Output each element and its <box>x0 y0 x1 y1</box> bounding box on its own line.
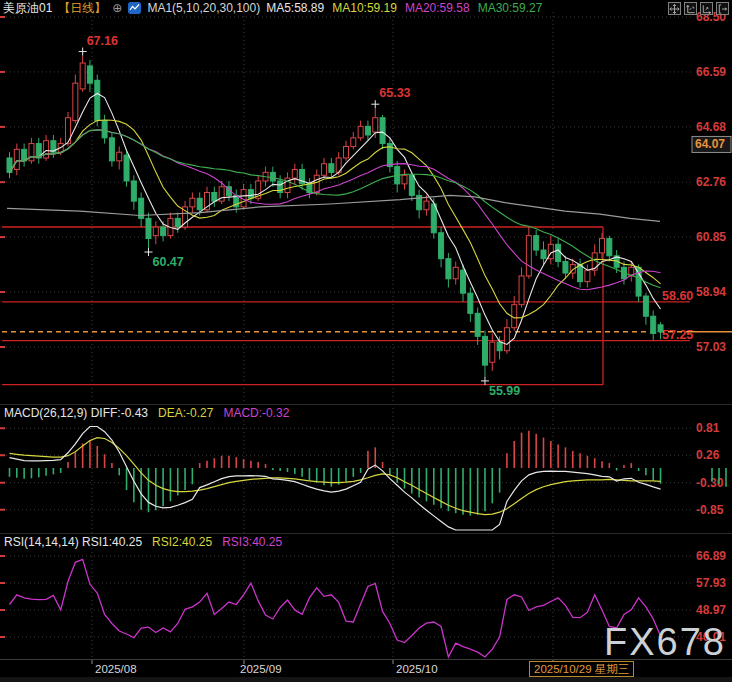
candle-body <box>402 175 407 184</box>
candle-body <box>131 181 136 201</box>
candle-body <box>153 227 158 236</box>
main-chart-header: 美原油01 【日线】 ⊕ MA1(5,10,20,30,100) MA5:58.… <box>3 1 542 15</box>
y-axis-label: 62.76 <box>696 175 726 189</box>
ma10-line <box>10 120 661 318</box>
candle-body <box>600 239 605 253</box>
rsi-line <box>10 559 661 657</box>
candle-body <box>658 325 663 332</box>
candle-body <box>504 328 509 351</box>
current-date-label: 2025/10/29 星期三 <box>529 661 634 677</box>
candle-body <box>643 296 648 316</box>
ma-settings-label: MA1(5,10,20,30,100) <box>147 1 260 15</box>
candle-body <box>109 138 114 161</box>
candle-body <box>519 276 524 305</box>
indicator-value: MACD(26,12,9) DIFF:-0.43 <box>4 406 148 420</box>
candle-body <box>212 192 217 201</box>
chart-type-icon[interactable] <box>128 2 141 14</box>
candle-body <box>636 267 641 296</box>
candle-body <box>409 175 414 195</box>
y-axis-label: -0.85 <box>696 503 724 517</box>
y-axis-label: 57.03 <box>696 340 726 354</box>
indicator-value: MA20:59.58 <box>405 1 470 15</box>
dea-line <box>10 438 661 515</box>
chart-toolbar <box>668 2 729 15</box>
candle-body <box>563 262 568 274</box>
price-annotation: 65.33 <box>379 86 410 100</box>
candle-body <box>607 239 612 256</box>
y-axis-label: 48.97 <box>696 603 726 617</box>
x-axis-label: 2025/08 <box>95 663 137 675</box>
candle-body <box>124 155 129 181</box>
rsi-header: RSI(14,14,14) RSI1:40.25RSI2:40.25RSI3:4… <box>4 535 282 549</box>
macd-header: MACD(26,12,9) DIFF:-0.43DEA:-0.27MACD:-0… <box>4 406 289 420</box>
y-axis-label: 66.59 <box>696 65 726 79</box>
candle-body <box>197 198 202 210</box>
candle-body <box>439 233 444 259</box>
y-axis-label: 66.89 <box>696 549 726 563</box>
candle-body <box>497 342 502 351</box>
chart-application: 68.5066.5964.6862.7660.8558.9457.0364.07… <box>0 0 732 682</box>
indicator-value: MACD:-0.32 <box>223 406 289 420</box>
indicator-value: MA5:58.89 <box>266 1 324 15</box>
candle-body <box>44 141 49 158</box>
candle-body <box>190 198 195 207</box>
candle-body <box>578 264 583 281</box>
y-axis-scale-icon[interactable] <box>684 2 697 15</box>
chart-canvas[interactable]: 68.5066.5964.6862.7660.8558.9457.0364.07… <box>0 0 732 682</box>
y-axis-label: 0.81 <box>696 421 720 435</box>
candle-body <box>14 149 19 169</box>
candle-body <box>358 126 363 138</box>
candle-body <box>117 152 122 161</box>
x-axis-label: 2025/09 <box>240 663 282 675</box>
price-annotation: 55.99 <box>489 384 520 398</box>
candle-body <box>29 144 34 161</box>
candle-body <box>175 218 180 227</box>
price-annotation: 67.16 <box>87 34 118 48</box>
x-axis-scale-icon[interactable] <box>700 2 713 15</box>
candle-body <box>424 201 429 210</box>
candle-body <box>343 146 348 158</box>
diff-line <box>10 427 661 531</box>
candle-body <box>651 316 656 333</box>
candle-body <box>322 164 327 176</box>
level-line-label: 57.25 <box>662 328 693 342</box>
ma100-line <box>7 195 660 221</box>
y-axis-label: 58.94 <box>696 285 726 299</box>
y-axis-label: 0.26 <box>696 448 720 462</box>
bottom-strip <box>0 677 732 682</box>
indicator-value: RSI(14,14,14) RSI1:40.25 <box>4 535 142 549</box>
candle-body <box>541 250 546 259</box>
indicator-value: MA30:59.27 <box>478 1 543 15</box>
candle-body <box>292 169 297 178</box>
indicator-value: DEA:-0.27 <box>158 406 213 420</box>
candle-body <box>482 336 487 365</box>
pan-tool-icon[interactable] <box>668 2 681 15</box>
candle-body <box>270 172 275 181</box>
level-line-label: 58.60 <box>662 289 693 303</box>
period-selector[interactable]: 【日线】 <box>58 0 106 17</box>
candle-body <box>351 138 356 147</box>
candle-body <box>446 259 451 279</box>
candle-body <box>461 270 466 293</box>
candle-body <box>534 236 539 250</box>
candle-body <box>468 293 473 313</box>
candle-body <box>373 118 378 132</box>
indicator-value: RSI2:40.25 <box>152 535 212 549</box>
candle-body <box>80 63 85 89</box>
candle-body <box>556 244 561 261</box>
indicator-value: MA10:59.19 <box>332 1 397 15</box>
pane-shift-icon[interactable] <box>716 2 729 15</box>
candle-body <box>73 83 78 120</box>
candle-body <box>526 236 531 276</box>
y-axis-label: 64.68 <box>696 120 726 134</box>
candle-body <box>87 66 92 83</box>
candle-body <box>248 190 253 199</box>
candle-body <box>22 149 27 161</box>
candle-body <box>95 80 100 120</box>
price-annotation: 60.47 <box>152 255 183 269</box>
y-axis-label: 57.93 <box>696 576 726 590</box>
x-axis-label: 2025/10 <box>396 663 438 675</box>
boxed-axis-label: 64.07 <box>695 137 725 151</box>
candle-body <box>365 126 370 135</box>
expand-icon[interactable]: ⊕ <box>112 1 122 15</box>
